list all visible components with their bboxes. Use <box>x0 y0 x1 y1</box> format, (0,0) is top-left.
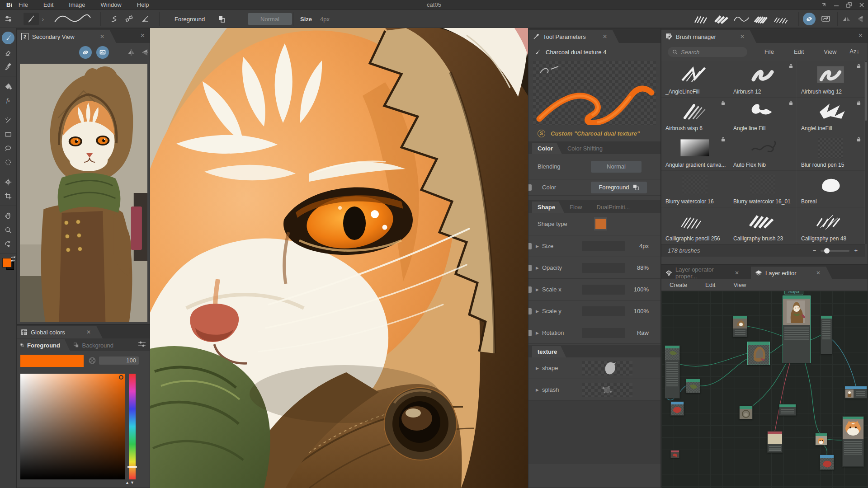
brush-manager-tab[interactable]: Brush manager ✕ <box>661 30 756 43</box>
swap-colors-icon[interactable] <box>10 256 16 262</box>
sync-view-icon[interactable] <box>79 46 92 59</box>
size-value[interactable]: 4px <box>320 13 330 25</box>
brush-preset-1-icon[interactable] <box>693 12 711 26</box>
layer-node[interactable] <box>767 431 783 453</box>
current-stroke-preview[interactable] <box>50 13 95 25</box>
tab-close-icon[interactable]: ✕ <box>740 33 745 40</box>
flip-horizontal-icon[interactable] <box>127 48 136 56</box>
brush-chevron-icon[interactable]: › <box>40 13 46 25</box>
effects-tool[interactable]: fx <box>0 93 16 107</box>
expand-icon[interactable]: ▶ <box>536 366 542 371</box>
tab-close-icon[interactable]: ✕ <box>86 329 91 335</box>
layer-node[interactable] <box>733 315 747 337</box>
rect-select-tool[interactable] <box>0 127 16 141</box>
texture-shape-thumbnail[interactable] <box>582 361 632 375</box>
menu-file[interactable]: File <box>764 48 774 55</box>
rotate-view-tool[interactable] <box>0 237 16 251</box>
flip-vertical-icon[interactable] <box>141 48 150 56</box>
expand-icon[interactable]: ▶ <box>536 266 542 270</box>
shape-type-swatch[interactable] <box>595 219 606 229</box>
zoom-tool[interactable] <box>0 223 16 237</box>
layer-node[interactable] <box>665 345 680 399</box>
tab-foreground[interactable]: Foreground <box>17 339 70 351</box>
brush-preset-5-icon[interactable] <box>772 12 790 26</box>
opacity-slider[interactable] <box>582 263 625 273</box>
layer-editor-tab[interactable]: Layer editor ✕ <box>751 267 832 279</box>
menu-create[interactable]: Create <box>670 282 687 288</box>
brush-item[interactable]: Airbrush 12 <box>729 61 797 98</box>
layer-node[interactable] <box>820 455 834 470</box>
layer-node[interactable] <box>686 379 700 393</box>
tab-close-icon[interactable]: ✕ <box>100 33 104 40</box>
expand-icon[interactable]: ▶ <box>536 244 542 249</box>
popout-icon[interactable] <box>821 2 826 8</box>
panel-close-icon[interactable]: ✕ <box>140 32 145 39</box>
brush-item[interactable]: Calligraphy brush 23 <box>729 207 797 244</box>
menu-edit[interactable]: Edit <box>794 48 804 55</box>
thumbnail-zoom-slider[interactable]: − + <box>813 247 858 254</box>
current-color-bar[interactable] <box>20 355 84 367</box>
brush-tool[interactable] <box>2 32 14 44</box>
minimize-icon[interactable] <box>834 2 839 8</box>
input-connector-icon[interactable] <box>528 286 532 293</box>
smart-pen-tool[interactable] <box>0 113 16 127</box>
node-graph[interactable]: Output <box>661 291 868 488</box>
brush-item[interactable]: Boreal <box>797 171 865 207</box>
fill-tool[interactable] <box>0 79 16 93</box>
pan-tool[interactable] <box>0 209 16 223</box>
close-icon[interactable] <box>859 2 864 8</box>
menu-edit[interactable]: Edit <box>705 282 715 288</box>
tab-color[interactable]: Color <box>532 143 562 154</box>
tab-flow[interactable]: Flow <box>564 202 591 213</box>
input-connector-icon[interactable] <box>528 184 532 191</box>
input-connector-icon[interactable] <box>528 265 532 271</box>
menu-view[interactable]: View <box>824 48 836 55</box>
fit-view-icon[interactable] <box>96 46 109 59</box>
hue-markers-icon[interactable]: ▲▼ <box>125 480 135 485</box>
input-connector-icon[interactable] <box>528 243 532 249</box>
lazy-stroke-icon[interactable] <box>108 13 120 25</box>
angle-snap-icon[interactable] <box>139 13 152 25</box>
color-source-icon[interactable] <box>216 13 227 25</box>
brush-item[interactable]: Angular gradient canva... <box>661 134 729 171</box>
tab-background[interactable]: Background <box>70 339 123 351</box>
tab-dualprimitive[interactable]: DualPrimiti... <box>591 202 639 213</box>
gamut-icon[interactable] <box>88 357 96 365</box>
layer-node[interactable] <box>815 433 827 446</box>
brush-item[interactable]: Airbrush wisp 6 <box>661 98 729 134</box>
saturation-value-picker[interactable] <box>20 374 125 479</box>
brush-item[interactable]: Blurry watercolor 16 <box>661 171 729 207</box>
sort-az-icon[interactable]: Az↓ <box>849 48 859 55</box>
output-node[interactable] <box>783 296 811 363</box>
menu-edit[interactable]: Edit <box>43 1 53 8</box>
layer-node[interactable] <box>739 406 753 419</box>
custom-preset-row[interactable]: S Custom "Charcoal dual texture" <box>528 125 660 141</box>
flip-vertical-icon[interactable] <box>854 13 866 25</box>
brush-item[interactable]: AngleLineFill <box>797 98 865 134</box>
brush-item[interactable]: Airbrush w/bg 12 <box>797 61 865 98</box>
brush-item[interactable]: Angle line Fill <box>729 98 797 134</box>
expand-icon[interactable]: ▶ <box>536 388 542 392</box>
brush-item[interactable]: _AngleLineFill <box>661 61 729 98</box>
brush-preset-3-icon[interactable] <box>732 12 750 26</box>
hue-slider[interactable] <box>129 374 136 479</box>
layer-node[interactable] <box>842 416 864 467</box>
color-value-button[interactable]: Foreground <box>591 182 647 193</box>
layer-operator-tab[interactable]: Layer operator proper... ✕ <box>661 267 751 279</box>
texture-splash-thumbnail[interactable] <box>582 383 632 397</box>
preset-row[interactable]: Charcoal dual texture 4 <box>528 43 660 61</box>
color-picker-tool[interactable] <box>0 59 16 73</box>
connected-points-icon[interactable] <box>123 13 136 25</box>
menu-image[interactable]: Image <box>69 1 85 8</box>
scale-y-slider[interactable] <box>582 306 625 316</box>
layer-node-selected[interactable] <box>747 342 770 365</box>
input-connector-icon[interactable] <box>528 308 532 314</box>
main-canvas[interactable] <box>150 28 528 488</box>
tab-shape[interactable]: Shape <box>532 202 564 213</box>
zoom-out-icon[interactable]: − <box>813 247 816 254</box>
tab-close-icon[interactable]: ✕ <box>735 270 739 276</box>
lasso-select-tool[interactable] <box>0 141 16 155</box>
layer-node[interactable] <box>779 404 796 416</box>
brush-item[interactable]: Auto Flex Nib <box>729 134 797 171</box>
fuzzy-select-tool[interactable] <box>0 155 16 169</box>
